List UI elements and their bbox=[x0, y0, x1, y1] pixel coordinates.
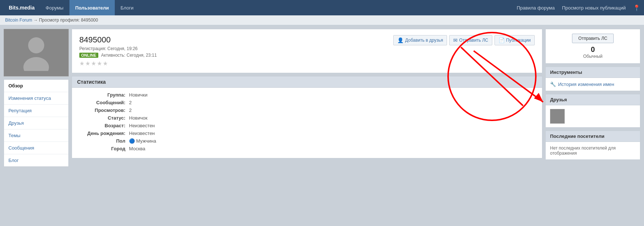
send-pm-label: Отправить ЛС bbox=[459, 38, 488, 43]
action-buttons-row: 👤 Добавить в друзья ✉ Отправить ЛС 📄 Пуб… bbox=[393, 35, 535, 45]
add-friend-icon: 👤 bbox=[397, 37, 404, 43]
sidebar-item-topics[interactable]: Темы bbox=[4, 129, 68, 142]
publications-label: Публикации bbox=[506, 38, 531, 43]
right-sidebar: Отправить ЛС 0 Обычный Инструменты 🔧 Ист… bbox=[545, 29, 640, 167]
profile-status-line: ONLINE Активность: Сегодня, 23:11 bbox=[79, 53, 393, 58]
svg-point-0 bbox=[28, 37, 44, 53]
profile-card: 8495000 Регистрация: Сегодня, 19:26 ONLI… bbox=[72, 29, 542, 73]
top-navigation: Bits.media Форумы Пользователи Блоги Пра… bbox=[0, 0, 644, 15]
sidebar-item-messages[interactable]: Сообщения bbox=[4, 142, 68, 154]
sidebar-menu: Обзор Изменения статуса Репутация Друзья… bbox=[4, 79, 69, 167]
stats-row-status: Статус: Новичок bbox=[78, 115, 536, 121]
stats-row-group: Группа: Новички bbox=[78, 92, 536, 98]
stats-label-birthday: День рождения: bbox=[78, 131, 129, 136]
svg-point-1 bbox=[23, 57, 49, 71]
tools-box: Инструменты 🔧 История изменения имен bbox=[545, 67, 640, 91]
nav-link-rules[interactable]: Правила форума bbox=[517, 5, 555, 11]
last-visitors-body: Нет последних посетителей для отображени… bbox=[546, 142, 640, 159]
online-badge: ONLINE bbox=[79, 53, 98, 58]
sidebar-item-blog[interactable]: Блог bbox=[4, 154, 68, 166]
activity-text: Активность: Сегодня, 23:11 bbox=[101, 53, 157, 58]
reg-label: Регистрация: bbox=[79, 46, 106, 51]
center-right-wrapper: 8495000 Регистрация: Сегодня, 19:26 ONLI… bbox=[72, 29, 640, 167]
main-wrapper: Обзор Изменения статуса Репутация Друзья… bbox=[0, 25, 644, 170]
breadcrumb-current: Просмотр профиля: 8495000 bbox=[39, 18, 98, 23]
no-visitors-text: Нет последних посетителей для отображени… bbox=[550, 146, 616, 156]
stats-value-views: 2 bbox=[129, 108, 132, 113]
nav-left: Bits.media Форумы Пользователи Блоги bbox=[4, 0, 139, 15]
pm-box-inner: Отправить ЛС 0 Обычный bbox=[546, 29, 640, 63]
breadcrumb: Bitcoin Forum → Просмотр профиля: 849500… bbox=[0, 15, 644, 25]
stats-value-age: Неизвестен bbox=[129, 123, 155, 128]
tools-body: 🔧 История изменения имен bbox=[546, 78, 640, 91]
breadcrumb-link-forum[interactable]: Bitcoin Forum bbox=[5, 18, 32, 23]
stats-label-city: Город bbox=[78, 146, 129, 151]
pm-send-button[interactable]: Отправить ЛС bbox=[572, 34, 613, 43]
profile-section: 8495000 Регистрация: Сегодня, 19:26 ONLI… bbox=[72, 29, 542, 73]
stats-label-views: Просмотров: bbox=[78, 108, 129, 113]
publications-icon: 📄 bbox=[499, 37, 505, 43]
sidebar-item-overview[interactable]: Обзор bbox=[4, 80, 68, 92]
left-sidebar: Обзор Изменения статуса Репутация Друзья… bbox=[4, 29, 69, 167]
stats-value-gender: 🔵 Мужчина bbox=[129, 138, 156, 144]
stats-row-city: Город Москва bbox=[78, 146, 536, 151]
stats-row-views: Просмотров: 2 bbox=[78, 108, 536, 113]
stats-label-group: Группа: bbox=[78, 92, 129, 98]
tools-link-name-history[interactable]: 🔧 История изменения имен bbox=[550, 82, 636, 87]
friend-thumbnail bbox=[550, 109, 565, 124]
tools-link-label: История изменения имен bbox=[558, 82, 614, 87]
tools-header: Инструменты bbox=[546, 67, 640, 78]
last-visitors-box: Последние посетители Нет последних посет… bbox=[545, 131, 640, 160]
nav-brand[interactable]: Bits.media bbox=[4, 0, 40, 15]
stats-value-birthday: Неизвестен bbox=[129, 131, 155, 136]
profile-username: 8495000 bbox=[79, 35, 393, 45]
last-visitors-header: Последние посетители bbox=[546, 131, 640, 142]
pm-box: Отправить ЛС 0 Обычный bbox=[545, 29, 640, 64]
nav-item-forums[interactable]: Форумы bbox=[40, 0, 69, 15]
stats-label-gender: Пол bbox=[78, 138, 129, 144]
friends-header: Друзья bbox=[546, 94, 640, 105]
pm-count: 0 bbox=[552, 45, 634, 54]
nav-right: Правила форума Просмотр новых публикаций… bbox=[517, 4, 640, 11]
stats-row-birthday: День рождения: Неизвестен bbox=[78, 131, 536, 136]
stats-value-group: Новички bbox=[129, 92, 148, 98]
tools-link-icon: 🔧 bbox=[550, 82, 556, 87]
stats-section: Статистика Группа: Новички Сообщений: 2 … bbox=[72, 76, 542, 158]
profile-info: 8495000 Регистрация: Сегодня, 19:26 ONLI… bbox=[79, 35, 393, 67]
breadcrumb-separator: → bbox=[33, 18, 38, 23]
stats-body: Группа: Новички Сообщений: 2 Просмотров:… bbox=[72, 88, 542, 158]
friends-body bbox=[546, 105, 640, 127]
add-friend-label: Добавить в друзья bbox=[405, 38, 443, 43]
profile-actions: 👤 Добавить в друзья ✉ Отправить ЛС 📄 Пуб… bbox=[393, 35, 535, 47]
center-content: 8495000 Регистрация: Сегодня, 19:26 ONLI… bbox=[72, 29, 542, 167]
star-rating: ★★★★★ bbox=[79, 60, 393, 67]
sidebar-item-reputation[interactable]: Репутация bbox=[4, 105, 68, 117]
stats-row-gender: Пол 🔵 Мужчина bbox=[78, 138, 536, 144]
send-pm-button[interactable]: ✉ Отправить ЛС bbox=[449, 35, 492, 45]
nav-item-blogs[interactable]: Блоги bbox=[115, 0, 139, 15]
avatar bbox=[4, 29, 69, 76]
stats-label-messages: Сообщений: bbox=[78, 100, 129, 105]
nav-item-users[interactable]: Пользователи bbox=[69, 0, 115, 15]
friends-box: Друзья bbox=[545, 94, 640, 128]
geo-icon[interactable]: 📍 bbox=[633, 4, 640, 11]
stats-header: Статистика bbox=[72, 76, 542, 88]
profile-reg: Регистрация: Сегодня, 19:26 bbox=[79, 46, 393, 51]
avatar-image bbox=[22, 34, 51, 71]
add-friend-button[interactable]: 👤 Добавить в друзья bbox=[393, 35, 447, 45]
reg-value: Сегодня, 19:26 bbox=[107, 46, 138, 51]
sidebar-item-friends[interactable]: Друзья bbox=[4, 117, 68, 129]
sidebar-item-status-changes[interactable]: Изменения статуса bbox=[4, 92, 68, 105]
nav-link-new-posts[interactable]: Просмотр новых публикаций bbox=[562, 5, 626, 11]
send-pm-icon: ✉ bbox=[453, 37, 458, 43]
publications-button[interactable]: 📄 Публикации bbox=[495, 35, 535, 45]
stats-label-status: Статус: bbox=[78, 115, 129, 121]
stats-value-city: Москва bbox=[129, 146, 145, 151]
stats-row-messages: Сообщений: 2 bbox=[78, 100, 536, 105]
stats-value-status: Новичок bbox=[129, 115, 147, 121]
stats-value-messages: 2 bbox=[129, 100, 132, 105]
pm-type: Обычный bbox=[552, 54, 634, 59]
stats-label-age: Возраст: bbox=[78, 123, 129, 128]
stats-row-age: Возраст: Неизвестен bbox=[78, 123, 536, 128]
